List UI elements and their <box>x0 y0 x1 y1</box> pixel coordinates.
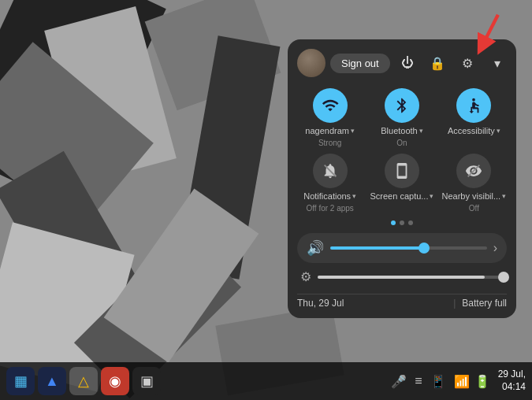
taskbar-clock[interactable]: 29 Jul, 04:14 <box>498 369 526 393</box>
svg-line-1 <box>482 15 498 46</box>
volume-icon[interactable]: 🔊 <box>307 239 324 257</box>
power-icon: ⏻ <box>401 56 414 70</box>
notifications-sublabel: Off for 2 apps <box>306 204 353 213</box>
page-dots <box>297 220 507 225</box>
trello-icon: ▦ <box>14 372 28 390</box>
screencapture-toggle-button[interactable] <box>385 154 419 188</box>
toggle-notifications[interactable]: Notifications ▾ Off for 2 apps <box>297 154 363 213</box>
wifi-sublabel: Strong <box>318 139 341 147</box>
dot-1[interactable] <box>391 220 396 225</box>
avatar[interactable] <box>297 49 326 77</box>
bluetooth-label: Bluetooth <box>381 126 417 135</box>
taskbar-apps: ▦ ▲ △ ◉ ▣ <box>6 367 161 395</box>
battery-status-icon: 🔋 <box>474 374 490 389</box>
phone-icon[interactable]: 📱 <box>430 374 446 389</box>
bluetooth-toggle-button[interactable] <box>385 88 419 123</box>
taskbar-date: 29 Jul, <box>498 369 526 381</box>
taskbar: ▦ ▲ △ ◉ ▣ 🎤 ≡ 📱 📶 🔋 29 Jul, 04:14 <box>0 362 532 400</box>
taskbar-app-drive[interactable]: △ <box>69 367 98 395</box>
mic-icon[interactable]: 🎤 <box>391 374 407 389</box>
volume-expand-icon[interactable]: › <box>493 241 497 255</box>
notifications-toggle-button[interactable] <box>313 154 348 188</box>
volume-thumb[interactable] <box>419 243 430 254</box>
quick-settings-panel: Sign out ⏻ 🔒 ⚙ ▾ nagendram ▾ Strong <box>288 39 516 318</box>
brightness-row: ⚙ <box>297 269 507 284</box>
wifi-label: nagendram <box>305 126 349 135</box>
taskbar-app-maps[interactable]: ▲ <box>38 367 66 395</box>
power-button[interactable]: ⏻ <box>395 50 420 76</box>
date-text: Thu, 29 Jul <box>297 298 447 309</box>
toggle-nearbyshare[interactable]: Nearby visibil... ▾ Off <box>441 154 507 213</box>
notifications-label: Notifications <box>303 191 351 201</box>
menu-icon[interactable]: ≡ <box>415 374 422 388</box>
accessibility-toggle-button[interactable] <box>456 88 491 123</box>
nearbyshare-toggle-button[interactable] <box>456 154 491 188</box>
panel-bottom: Thu, 29 Jul | Battery full <box>297 294 507 309</box>
toggle-accessibility[interactable]: Accessibility ▾ <box>441 88 507 147</box>
dot-2[interactable] <box>400 220 404 225</box>
toggle-screencapture[interactable]: Screen captu... ▾ <box>369 154 434 213</box>
svg-point-2 <box>472 98 475 102</box>
nearbyshare-sublabel: Off <box>469 204 479 213</box>
maps-icon: ▲ <box>45 373 59 390</box>
app4-icon: ◉ <box>109 372 121 390</box>
taskbar-app-trello[interactable]: ▦ <box>6 367 35 395</box>
dot-3[interactable] <box>408 220 413 225</box>
brightness-icon[interactable]: ⚙ <box>300 269 311 284</box>
toggle-wifi[interactable]: nagendram ▾ Strong <box>297 88 363 147</box>
volume-fill <box>330 246 424 250</box>
taskbar-app-4[interactable]: ◉ <box>101 367 129 395</box>
accessibility-label: Accessibility <box>448 126 495 135</box>
brightness-thumb[interactable] <box>498 272 509 283</box>
toggle-bluetooth[interactable]: Bluetooth ▾ On <box>369 88 434 147</box>
battery-status-text: Battery full <box>462 298 507 309</box>
bluetooth-sublabel: On <box>396 139 407 147</box>
volume-row: 🔊 › <box>297 233 507 263</box>
taskbar-app-5[interactable]: ▣ <box>132 367 161 395</box>
nearbyshare-label: Nearby visibil... <box>442 191 501 201</box>
lock-button[interactable]: 🔒 <box>425 50 450 76</box>
screencapture-label: Screen captu... <box>370 191 428 201</box>
app5-icon: ▣ <box>140 372 154 390</box>
toggles-grid: nagendram ▾ Strong Bluetooth ▾ On <box>297 88 507 213</box>
brightness-fill <box>318 276 485 279</box>
status-icons: 📶 🔋 <box>454 374 490 389</box>
lock-icon: 🔒 <box>430 56 445 71</box>
volume-slider[interactable] <box>330 246 487 250</box>
taskbar-right: 🎤 ≡ 📱 📶 🔋 29 Jul, 04:14 <box>391 369 526 393</box>
brightness-slider[interactable] <box>318 276 504 279</box>
drive-icon: △ <box>78 372 89 390</box>
taskbar-time: 04:14 <box>498 381 526 394</box>
sign-out-button[interactable]: Sign out <box>330 54 390 73</box>
wifi-status-icon: 📶 <box>454 374 470 389</box>
wifi-toggle-button[interactable] <box>313 88 348 123</box>
